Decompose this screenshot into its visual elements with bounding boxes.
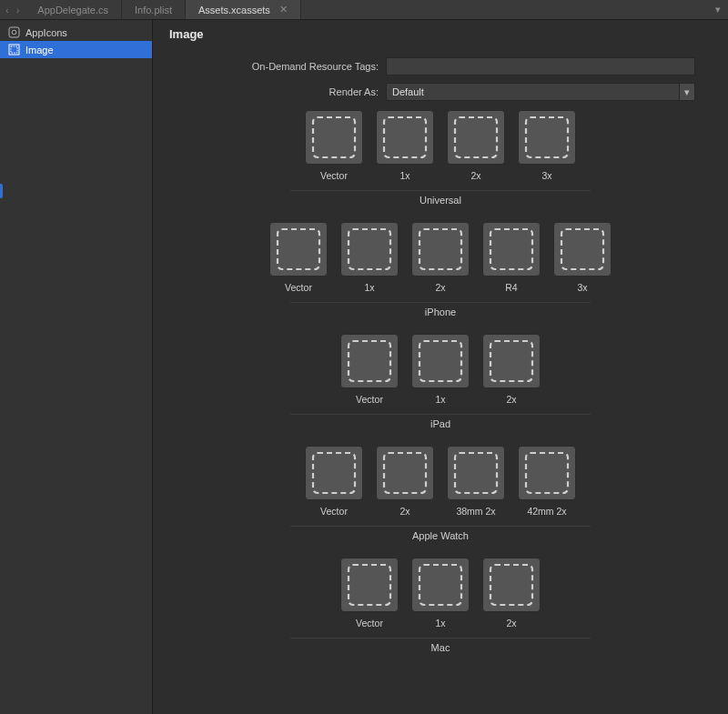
render-label: Render As: (186, 86, 386, 97)
svg-rect-10 (420, 229, 461, 269)
image-well[interactable] (269, 222, 328, 277)
image-well-column: 38mm 2x (446, 446, 506, 517)
image-well-label: Vector (320, 506, 348, 517)
image-well-label: 1x (399, 170, 410, 181)
side-indicator (0, 184, 3, 198)
image-well-label: Vector (320, 170, 348, 181)
resource-tags-input[interactable] (386, 57, 695, 75)
image-well[interactable] (340, 222, 399, 277)
image-icon (7, 44, 20, 56)
form-row-tags: On-Demand Resource Tags: (169, 57, 712, 75)
tabbar-overflow[interactable]: ▾ (708, 0, 728, 19)
image-well-label: Vector (356, 394, 383, 405)
nav-forward-icon[interactable]: › (16, 5, 20, 15)
image-well-label: 1x (435, 394, 445, 405)
image-well[interactable] (411, 558, 470, 612)
render-as-value: Default (386, 83, 679, 101)
image-group: Vector2x38mm 2x42mm 2xApple Watch (169, 446, 712, 554)
image-well-label: 2x (506, 394, 516, 405)
group-title: iPhone (425, 307, 456, 317)
image-well-column: R4 (481, 222, 541, 293)
svg-rect-16 (313, 453, 355, 493)
tab-label: Info.plist (135, 5, 172, 15)
render-as-select[interactable]: Default ▾ (386, 83, 695, 101)
image-well-column: 2x (481, 334, 541, 405)
image-well[interactable] (482, 558, 541, 612)
sidebar-item-label: AppIcons (25, 27, 67, 38)
image-well-label: R4 (505, 282, 517, 293)
image-well[interactable] (518, 110, 576, 165)
sidebar-item-appicons[interactable]: AppIcons (0, 24, 152, 41)
image-well-column: 3x (517, 110, 577, 181)
chevron-down-icon: ▾ (715, 4, 721, 15)
root: ‹ › AppDelegate.cs Info.plist Assets.xca… (0, 0, 728, 714)
chevron-down-icon: ▾ (679, 83, 695, 101)
group-separator (290, 190, 591, 191)
image-well[interactable] (482, 334, 541, 388)
image-well[interactable] (411, 222, 470, 277)
image-well-column: Vector (304, 110, 364, 181)
svg-point-1 (12, 30, 16, 35)
svg-rect-21 (420, 565, 461, 605)
svg-rect-9 (349, 229, 390, 269)
image-well-label: Vector (356, 618, 383, 629)
sidebar-item-label: Image (25, 45, 54, 55)
image-well[interactable] (305, 446, 363, 500)
svg-rect-17 (384, 453, 426, 493)
svg-rect-18 (455, 453, 497, 493)
tab-label: Assets.xcassets (198, 5, 270, 15)
image-well[interactable] (376, 110, 434, 165)
image-well-column: 1x (375, 110, 435, 181)
svg-rect-11 (490, 229, 532, 269)
image-group: Vector1x2xR43xiPhone (169, 222, 712, 330)
group-title: Universal (420, 195, 461, 206)
image-well-groups: Vector1x2x3xUniversalVector1x2xR43xiPhon… (169, 110, 712, 666)
tab-assets[interactable]: Assets.xcassets ✕ (186, 0, 301, 19)
close-icon[interactable]: ✕ (279, 4, 288, 15)
image-well-column: 1x (410, 558, 470, 629)
svg-rect-7 (526, 117, 568, 157)
svg-rect-4 (313, 117, 355, 157)
image-well[interactable] (305, 110, 363, 165)
image-well[interactable] (482, 222, 541, 277)
image-well-label: 2x (435, 282, 445, 293)
body: AppIcons Image Image On-Demand Resource … (0, 20, 728, 714)
image-well-label: 2x (506, 618, 516, 629)
image-well-column: Vector (339, 334, 399, 405)
group-separator (290, 302, 591, 303)
group-separator (290, 638, 591, 639)
svg-rect-6 (455, 117, 497, 157)
image-well[interactable] (340, 334, 399, 388)
image-well-row: Vector1x2x (339, 558, 541, 629)
image-well-label: 3x (541, 170, 551, 181)
image-well-label: 2x (470, 170, 480, 181)
asset-sidebar: AppIcons Image (0, 20, 153, 714)
image-well-column: 1x (339, 222, 399, 293)
image-well[interactable] (518, 446, 576, 500)
image-well[interactable] (376, 446, 434, 500)
image-well-label: 42mm 2x (527, 506, 566, 517)
image-well[interactable] (411, 334, 470, 388)
group-separator (290, 526, 591, 527)
image-well[interactable] (447, 110, 505, 165)
image-well-column: 2x (481, 558, 541, 629)
nav-back-icon[interactable]: ‹ (5, 5, 9, 15)
sidebar-item-image[interactable]: Image (0, 41, 152, 58)
asset-editor: Image On-Demand Resource Tags: Render As… (153, 20, 728, 714)
tab-appdelegate[interactable]: AppDelegate.cs (25, 0, 122, 19)
image-group: Vector1x2xMac (169, 558, 712, 666)
svg-rect-22 (490, 565, 532, 605)
image-well-column: 1x (410, 334, 470, 405)
image-well-column: 3x (552, 222, 612, 293)
image-well[interactable] (447, 446, 505, 500)
image-well[interactable] (553, 222, 612, 277)
appicon-icon (7, 26, 20, 39)
svg-rect-13 (349, 341, 390, 381)
image-well[interactable] (340, 558, 399, 612)
tab-infoplist[interactable]: Info.plist (122, 0, 186, 19)
svg-rect-20 (349, 565, 390, 605)
svg-rect-15 (490, 341, 532, 381)
tab-label: AppDelegate.cs (37, 5, 108, 15)
svg-rect-5 (384, 117, 426, 157)
tags-label: On-Demand Resource Tags: (186, 61, 386, 72)
